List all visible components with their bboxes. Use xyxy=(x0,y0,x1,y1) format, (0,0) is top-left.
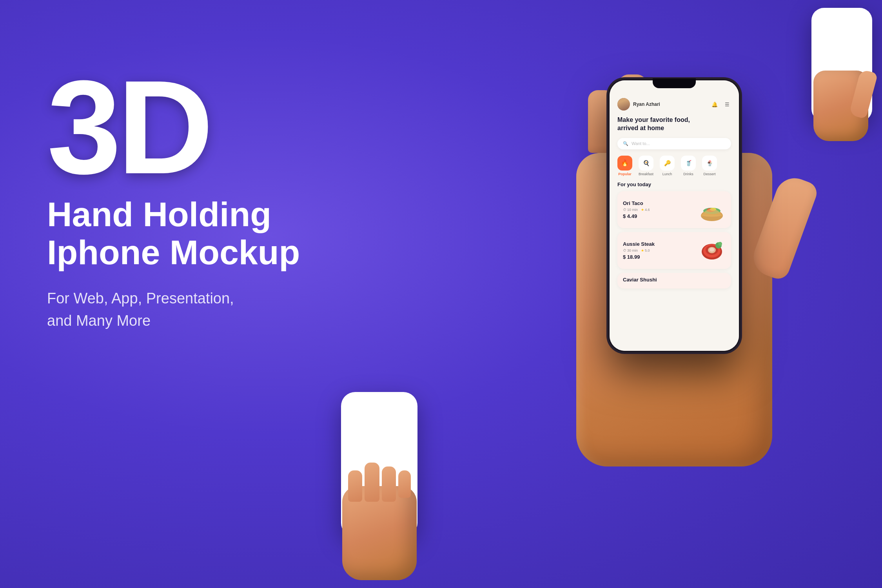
category-breakfast[interactable]: 🍳 Breakfast xyxy=(639,156,653,176)
dessert-icon: 🍨 xyxy=(702,156,717,171)
deco-phone-top-right xyxy=(808,8,874,141)
deco-hand-bot xyxy=(332,474,426,580)
clock-icon-0: ⏱ xyxy=(623,208,626,212)
steak-svg xyxy=(698,237,726,264)
food-card-1[interactable]: Aussie Steak ⏱ 30 min ★ 5.0 $ 18.99 xyxy=(617,232,731,269)
deco-phone-bottom xyxy=(332,392,426,580)
user-name: Ryan Azhari xyxy=(633,102,660,107)
main-title: 3D xyxy=(47,71,300,184)
section-title: For you today xyxy=(617,181,731,187)
food-name-0: Ori Taco xyxy=(623,200,698,206)
category-popular[interactable]: 🔥 Popular xyxy=(617,156,632,176)
avatar xyxy=(617,98,630,111)
svg-point-8 xyxy=(710,248,714,252)
subtitle: Hand Holding Iphone Mockup xyxy=(47,196,300,272)
categories: 🔥 Popular 🍳 Breakfast 🔑 Lunch 🥤 Drinks xyxy=(617,156,731,176)
food-name-2: Caviar Shushi xyxy=(623,277,726,283)
app-header: Ryan Azhari 🔔 ☰ xyxy=(617,98,731,111)
food-image-steak xyxy=(698,237,726,264)
food-image-taco xyxy=(698,196,726,223)
category-dessert[interactable]: 🍨 Dessert xyxy=(702,156,717,176)
category-drinks[interactable]: 🥤 Drinks xyxy=(681,156,696,176)
food-info-1: Aussie Steak ⏱ 30 min ★ 5.0 $ 18.99 xyxy=(623,241,698,260)
app-title: Make your favorite food, arrived at home xyxy=(617,116,731,132)
breakfast-icon: 🍳 xyxy=(639,156,653,171)
category-lunch[interactable]: 🔑 Lunch xyxy=(660,156,675,176)
popular-icon: 🔥 xyxy=(617,156,632,171)
drinks-label: Drinks xyxy=(683,172,693,176)
breakfast-label: Breakfast xyxy=(639,172,653,176)
lunch-label: Lunch xyxy=(662,172,672,176)
clock-icon-1: ⏱ xyxy=(623,249,626,252)
iphone-notch xyxy=(653,78,696,88)
food-rating-1: ★ 5.0 xyxy=(641,249,650,252)
food-name-1: Aussie Steak xyxy=(623,241,698,247)
iphone-screen: Ryan Azhari 🔔 ☰ Make your favorite food,… xyxy=(610,80,739,351)
deco-hand-tr xyxy=(808,63,874,141)
main-iphone: Ryan Azhari 🔔 ☰ Make your favorite food,… xyxy=(608,78,741,353)
header-icons: 🔔 ☰ xyxy=(711,100,731,108)
deco-finger-1 xyxy=(348,470,362,502)
deco-finger-2 xyxy=(365,463,379,502)
food-price-1: $ 18.99 xyxy=(623,254,698,260)
description: For Web, App, Presentation, and Many Mor… xyxy=(47,287,300,332)
star-icon-1: ★ xyxy=(641,249,644,252)
search-bar[interactable]: 🔍 Want to... xyxy=(617,138,731,149)
bell-icon[interactable]: 🔔 xyxy=(711,100,719,108)
app-content: Ryan Azhari 🔔 ☰ Make your favorite food,… xyxy=(610,80,739,351)
svg-point-10 xyxy=(718,242,722,246)
food-rating-0: ★ 4.6 xyxy=(641,208,650,212)
popular-label: Popular xyxy=(618,172,632,176)
food-info-2: Caviar Shushi xyxy=(623,277,726,284)
food-time-1: ⏱ 30 min xyxy=(623,249,638,252)
user-row: Ryan Azhari xyxy=(617,98,660,111)
taco-svg xyxy=(698,196,726,223)
star-icon-0: ★ xyxy=(641,208,644,212)
deco-finger-4 xyxy=(398,470,411,498)
main-phone-scene: Ryan Azhari 🔔 ☰ Make your favorite food,… xyxy=(498,39,851,549)
lunch-icon: 🔑 xyxy=(660,156,675,171)
dessert-label: Dessert xyxy=(704,172,716,176)
search-placeholder: Want to... xyxy=(632,141,650,146)
food-meta-0: ⏱ 10 min ★ 4.6 xyxy=(623,208,698,212)
main-thumb xyxy=(748,173,820,282)
avatar-face xyxy=(617,98,630,111)
food-card-0[interactable]: Ori Taco ⏱ 10 min ★ 4.6 $ 4.49 xyxy=(617,191,731,228)
deco-knuckles-bot xyxy=(348,470,411,502)
food-card-2[interactable]: Caviar Shushi xyxy=(617,273,731,289)
deco-finger-3 xyxy=(382,466,396,502)
food-price-0: $ 4.49 xyxy=(623,213,698,219)
left-panel: 3D Hand Holding Iphone Mockup For Web, A… xyxy=(47,71,300,332)
food-meta-1: ⏱ 30 min ★ 5.0 xyxy=(623,249,698,252)
food-info-0: Ori Taco ⏱ 10 min ★ 4.6 $ 4.49 xyxy=(623,200,698,219)
food-time-0: ⏱ 10 min xyxy=(623,208,638,212)
drinks-icon: 🥤 xyxy=(681,156,696,171)
search-icon: 🔍 xyxy=(623,141,628,146)
menu-icon[interactable]: ☰ xyxy=(723,100,731,108)
